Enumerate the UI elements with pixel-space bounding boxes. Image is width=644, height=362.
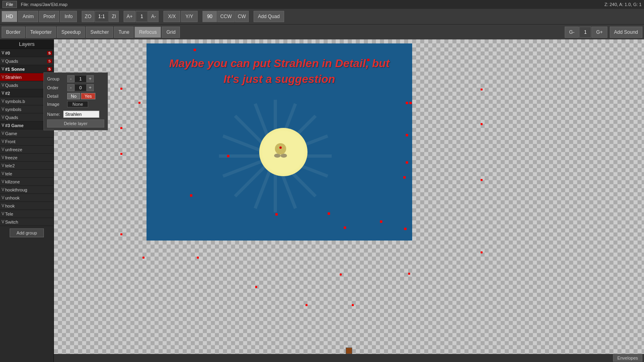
coords-display: Z: 240, A: 1.0, G: 1: [605, 2, 642, 7]
refocus-button[interactable]: Refocus: [134, 27, 161, 38]
killzone-layer[interactable]: V killzone: [0, 178, 54, 186]
group-1-v: V: [2, 67, 4, 71]
unhook-layer[interactable]: V unhook: [0, 194, 54, 202]
front-layer[interactable]: V Front: [0, 138, 54, 146]
quads-0-v: V: [2, 59, 4, 63]
red-dot-8: [403, 176, 406, 179]
hook-v: V: [2, 204, 4, 208]
outer-dot-12: [340, 274, 342, 276]
group-0-v: V: [2, 51, 4, 55]
unhook-name: unhook: [5, 195, 52, 200]
info-button[interactable]: Info: [60, 11, 77, 22]
proof-button[interactable]: Proof: [39, 11, 60, 22]
hd-button[interactable]: HD: [2, 11, 17, 22]
switcher-button[interactable]: Switcher: [86, 27, 113, 38]
add-group-button[interactable]: Add group: [10, 228, 44, 237]
order-row: Order - 0 +: [47, 84, 104, 91]
order-minus-button[interactable]: -: [67, 84, 74, 91]
detail-toggle: No Yes: [67, 93, 95, 99]
ccw-button[interactable]: CCW: [217, 11, 235, 22]
detail-no-button[interactable]: No: [67, 93, 80, 99]
tele-v: V: [2, 171, 4, 176]
canvas-area[interactable]: Maybe you can put Strahlen in Detail, bu…: [54, 39, 644, 362]
freeze-layer[interactable]: V freeze: [0, 154, 54, 162]
bottom-bar: Envelopes: [54, 354, 644, 362]
anim-button[interactable]: Anim: [18, 11, 38, 22]
map-suggestion-text: Maybe you can put Strahlen in Detail, bu…: [147, 56, 412, 87]
killzone-v: V: [2, 179, 4, 184]
scroll-indicator[interactable]: [346, 348, 352, 354]
grid-button[interactable]: Grid: [162, 27, 180, 38]
tele2-v: V: [2, 163, 4, 168]
red-dot-3: [409, 102, 412, 104]
zoom-ratio: 1:1: [95, 11, 109, 22]
alpha-minus-button[interactable]: A-: [148, 11, 159, 22]
grid-value: 1: [579, 27, 591, 38]
envelopes-button[interactable]: Envelopes: [613, 354, 642, 362]
switch-layer[interactable]: V Switch: [0, 218, 54, 226]
unfreeze-layer[interactable]: V unfreeze: [0, 146, 54, 154]
grid-plus-button[interactable]: G+: [592, 27, 607, 38]
order-value: 0: [74, 84, 87, 91]
speedup-button[interactable]: Speedup: [57, 27, 85, 38]
front-v: V: [2, 139, 4, 144]
yy-button[interactable]: Y/Y: [181, 11, 198, 22]
tele2-layer[interactable]: V tele2: [0, 162, 54, 170]
order-plus-button[interactable]: +: [87, 84, 94, 91]
tele-cap-name: Tele: [5, 212, 52, 216]
red-dot-5: [406, 134, 408, 136]
hookthrough-layer[interactable]: V hookthroug: [0, 186, 54, 194]
alpha-group: A+ 1 A-: [124, 11, 159, 22]
strahlen-name: Strahlen: [5, 75, 46, 80]
zoom-in-button[interactable]: ZI: [109, 11, 119, 22]
game-layer[interactable]: V Game: [0, 130, 54, 138]
detail-row: Detail No Yes: [47, 93, 104, 99]
tele-cap-layer[interactable]: V Tele: [0, 210, 54, 218]
unfreeze-v: V: [2, 147, 4, 152]
image-row: Image None: [47, 101, 104, 107]
name-input[interactable]: [63, 111, 99, 118]
group-2-v: V: [2, 91, 4, 95]
group-1-header[interactable]: V #1 Sonne S: [0, 65, 54, 73]
cw-button[interactable]: CW: [235, 11, 249, 22]
group-row: Group - 1 +: [47, 75, 104, 82]
group-0-header[interactable]: V #0 S: [0, 49, 54, 57]
add-quad-button[interactable]: Add Quad: [254, 11, 284, 22]
outer-dot-10: [481, 251, 483, 253]
alpha-plus-button[interactable]: A+: [124, 11, 135, 22]
group-0-quads[interactable]: V Quads S: [0, 57, 54, 65]
hook-layer[interactable]: V hook: [0, 202, 54, 210]
group-minus-button[interactable]: -: [67, 75, 74, 82]
add-sound-button[interactable]: Add Sound: [610, 27, 642, 38]
freeze-name: freeze: [5, 155, 52, 160]
outer-dot-15: [352, 304, 354, 306]
hookthrough-name: hookthroug: [5, 187, 52, 192]
front-name: Front: [5, 139, 52, 144]
detail-yes-button[interactable]: Yes: [81, 93, 95, 99]
red-dot-13: [344, 226, 346, 229]
zoom-out-button[interactable]: ZO: [82, 11, 94, 22]
grid-minus-button[interactable]: G-: [565, 27, 579, 38]
teleporter-button[interactable]: Teleporter: [26, 27, 56, 38]
xx-button[interactable]: X/X: [163, 11, 180, 22]
map-viewport[interactable]: Maybe you can put Strahlen in Detail, bu…: [147, 43, 412, 241]
group-value: 1: [74, 75, 87, 82]
border-button[interactable]: Border: [2, 27, 25, 38]
strahlen-v: V: [2, 75, 4, 79]
outer-dot-6: [197, 257, 199, 259]
outer-dot-14: [305, 304, 308, 306]
tele-layer[interactable]: V tele: [0, 170, 54, 178]
detail-label: Detail: [47, 94, 67, 99]
group-plus-button[interactable]: +: [87, 75, 94, 82]
game-name: Game: [5, 131, 52, 136]
file-menu[interactable]: File: [2, 1, 17, 8]
switch-v: V: [2, 220, 4, 224]
toolbar-row-2: Border Teleporter Speedup Switcher Tune …: [0, 24, 644, 39]
tele2-name: tele2: [5, 163, 52, 168]
hook-name: hook: [5, 204, 52, 208]
outer-dot-1: [120, 88, 122, 90]
group-0-name: #0: [5, 51, 46, 56]
tune-button[interactable]: Tune: [114, 27, 134, 38]
delete-layer-button[interactable]: Delete layer: [47, 119, 104, 128]
red-dot-2: [367, 59, 369, 61]
